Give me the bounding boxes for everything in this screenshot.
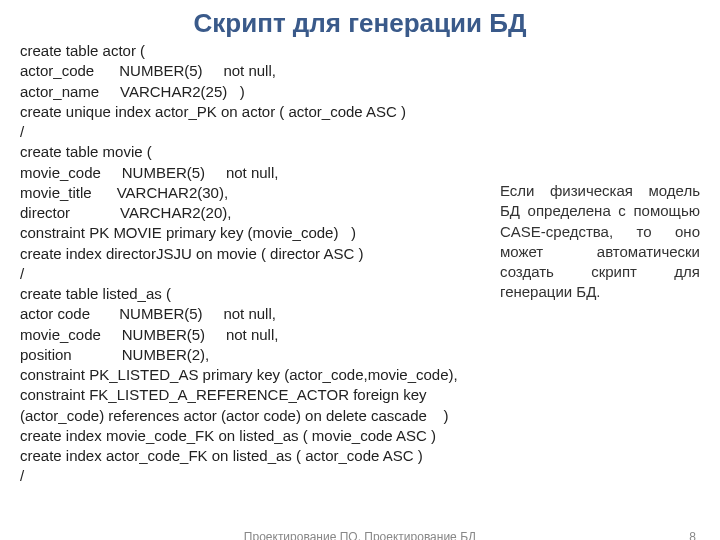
footer-page-number: 8: [689, 530, 696, 540]
content-columns: create table actor ( actor_code NUMBER(5…: [20, 41, 700, 487]
slide: Скрипт для генерации БД create table act…: [0, 0, 720, 540]
footer-text: Проектирование ПО. Проектирование БД: [0, 530, 720, 540]
page-title: Скрипт для генерации БД: [20, 8, 700, 39]
sql-script-block: create table actor ( actor_code NUMBER(5…: [20, 41, 480, 487]
side-note: Если физическая модель БД определена с п…: [480, 41, 700, 303]
